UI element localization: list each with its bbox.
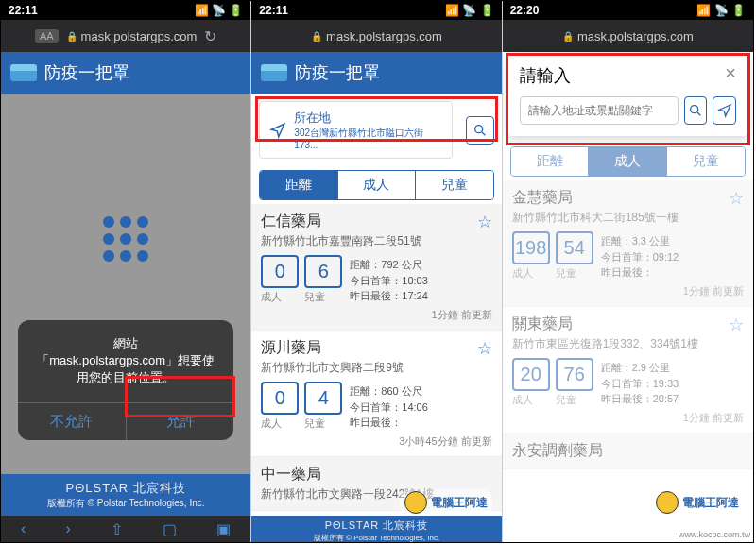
url-display[interactable]: 🔒mask.polstargps.com [311, 29, 442, 43]
tab-distance[interactable]: 距離 [511, 147, 589, 176]
highlight-search-modal [506, 53, 750, 145]
safari-address-bar: 🔒mask.polstargps.com [251, 20, 501, 52]
url-display[interactable]: 🔒mask.polstargps.com [562, 29, 694, 43]
lock-icon: 🔒 [562, 31, 574, 42]
bookmarks-icon[interactable]: ▢ [163, 520, 177, 538]
status-icons: 📶 📡 🔋 [445, 4, 494, 17]
phone-screenshot-3: 22:20 📶 📡 🔋 🔒mask.polstargps.com 距離 成人 兒… [503, 1, 753, 542]
app-header: 防疫一把罩 [1, 52, 250, 94]
pharmacy-item[interactable]: ☆ 仁信藥局 新竹縣竹北市嘉豐南路二段51號 0成人 6兒童 距離：792 公尺… [251, 204, 501, 331]
watermark-url: www.kocpc.com.tw [679, 530, 750, 539]
lock-icon: 🔒 [311, 31, 322, 42]
pharmacy-list: ☆ 仁信藥局 新竹縣竹北市嘉豐南路二段51號 0成人 6兒童 距離：792 公尺… [251, 204, 501, 511]
pharmacy-list: ☆ 金慧藥局 新竹縣竹北市科大二街185號一樓 198成人 54兒童 距離：3.… [503, 180, 753, 469]
star-icon[interactable]: ☆ [729, 188, 744, 209]
footer: PΘLSTAR 北宸科技 版權所有 © Polstar Technologies… [1, 474, 250, 516]
pharmacy-item[interactable]: 永安調劑藥局 [503, 434, 753, 469]
back-icon[interactable]: ‹ [21, 520, 26, 537]
status-icons: 📶 📡 🔋 [696, 4, 746, 17]
status-bar: 22:20 📶 📡 🔋 [503, 1, 753, 20]
footer: PΘLSTAR 北宸科技 版權所有 © Polstar Technologies… [251, 516, 501, 542]
url-display[interactable]: 🔒mask.polstargps.com [66, 29, 198, 43]
mask-logo-icon [10, 64, 37, 81]
phone-screenshot-2: 22:11 📶 📡 🔋 🔒mask.polstargps.com 防疫一把罩 所… [251, 1, 502, 542]
deny-button[interactable]: 不允許 [18, 403, 126, 440]
watermark-logo: 電腦王阿達 [651, 489, 744, 516]
tab-child[interactable]: 兒童 [415, 171, 492, 199]
tab-child[interactable]: 兒童 [666, 147, 745, 176]
app-header: 防疫一把罩 [251, 52, 501, 94]
status-icons: 📶 📡 🔋 [195, 4, 244, 17]
forward-icon[interactable]: › [66, 520, 71, 537]
status-time: 22:11 [259, 4, 288, 17]
pharmacy-item[interactable]: ☆ 金慧藥局 新竹縣竹北市科大二街185號一樓 198成人 54兒童 距離：3.… [503, 180, 753, 307]
tab-adult[interactable]: 成人 [337, 171, 415, 199]
safari-toolbar: ‹ › ⇧ ▢ ▣ [1, 516, 250, 542]
loading-dots [103, 216, 148, 262]
highlight-allow [125, 376, 235, 417]
safari-address-bar: 🔒mask.polstargps.com [503, 20, 753, 52]
status-time: 22:11 [9, 4, 38, 17]
filter-tabs: 距離 成人 兒童 [510, 146, 746, 177]
aa-button[interactable]: AA [35, 29, 59, 43]
safari-address-bar: AA 🔒mask.polstargps.com ↻ [1, 20, 250, 52]
star-icon[interactable]: ☆ [477, 338, 492, 359]
status-bar: 22:11 📶 📡 🔋 [251, 1, 501, 20]
status-time: 22:20 [510, 4, 540, 17]
share-icon[interactable]: ⇧ [111, 520, 123, 538]
watermark-logo: 電腦王阿達 [400, 489, 492, 516]
lock-icon: 🔒 [66, 31, 77, 42]
reload-icon[interactable]: ↻ [204, 27, 216, 45]
tabs-icon[interactable]: ▣ [216, 520, 231, 538]
filter-tabs: 距離 成人 兒童 [259, 170, 493, 200]
content-area: 所在地 302台灣新竹縣竹北市隘口六街173... 距離 成人 兒童 ☆ 仁信藥… [251, 94, 501, 542]
pharmacy-item[interactable]: ☆ 源川藥局 新竹縣竹北市文興路二段9號 0成人 4兒童 距離：860 公尺今日… [251, 331, 501, 457]
app-title: 防疫一把罩 [44, 61, 129, 84]
star-icon[interactable]: ☆ [477, 212, 492, 232]
tab-adult[interactable]: 成人 [588, 147, 666, 176]
tab-distance[interactable]: 距離 [260, 171, 336, 199]
highlight-location [255, 96, 497, 142]
status-bar: 22:11 📶 📡 🔋 [1, 1, 250, 20]
phone-screenshot-1: 22:11 📶 📡 🔋 AA 🔒mask.polstargps.com ↻ 防疫… [1, 1, 251, 542]
star-icon[interactable]: ☆ [729, 315, 744, 335]
app-title: 防疫一把罩 [295, 61, 380, 84]
mask-logo-icon [261, 64, 287, 81]
pharmacy-item[interactable]: ☆ 關東藥局 新竹市東區光復路1段332、334號1樓 20成人 76兒童 距離… [503, 307, 753, 434]
